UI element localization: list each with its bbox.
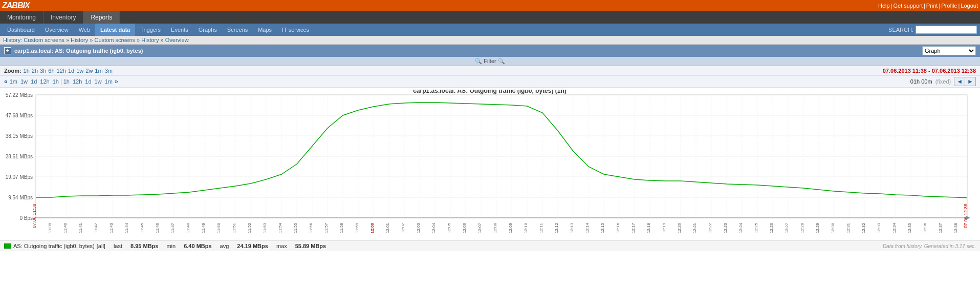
data-credit: Data from history. Generated in 3.17 sec… [883, 243, 976, 249]
nav-right: 01h 00m (fixed) ◄ ► [910, 77, 976, 86]
svg-text:12:22: 12:22 [708, 222, 712, 233]
breadcrumb-history2[interactable]: History [71, 37, 88, 43]
main-nav: Monitoring Inventory Reports [0, 11, 980, 24]
nav-reports[interactable]: Reports [83, 11, 120, 24]
nav-time-links-left: 1m 1w 1d 12h 1h | 1h 12h 1d 1w 1m [10, 78, 113, 85]
subnav-it-services[interactable]: IT services [277, 24, 314, 36]
svg-text:12:31: 12:31 [846, 222, 851, 233]
nav-left-arrow[interactable]: « [4, 78, 8, 85]
breadcrumb-history3[interactable]: History [141, 37, 159, 43]
zoom-3m[interactable]: 3m [105, 68, 113, 74]
subnav-dashboard[interactable]: Dashboard [2, 24, 40, 36]
breadcrumb-overview[interactable]: Overview [165, 37, 189, 43]
svg-text:12:01: 12:01 [385, 222, 390, 233]
sub-nav-search: SEARCH: [888, 24, 980, 36]
svg-text:11:47: 11:47 [170, 222, 175, 233]
subnav-web[interactable]: Web [74, 24, 95, 36]
svg-text:12:07: 12:07 [477, 222, 482, 233]
zoom-1w[interactable]: 1w [76, 68, 83, 74]
nav-1w-right[interactable]: 1w [95, 78, 102, 85]
help-link[interactable]: Help [878, 3, 890, 9]
zoom-2h[interactable]: 2h [32, 68, 38, 74]
profile-link[interactable]: Profile [941, 3, 957, 9]
zoom-6h[interactable]: 6h [48, 68, 54, 74]
svg-text:12:33: 12:33 [877, 222, 881, 233]
search-label: SEARCH: [888, 27, 913, 33]
nav-1w-left[interactable]: 1w [20, 78, 28, 85]
nav-12h-right[interactable]: 12h [73, 78, 82, 85]
legend-min-label: min [166, 243, 176, 249]
nav-1d-right[interactable]: 1d [85, 78, 91, 85]
svg-text:12:17: 12:17 [631, 222, 636, 233]
svg-text:11:40: 11:40 [63, 222, 68, 233]
legend-last-value: 8.95 MBps [130, 243, 158, 249]
svg-text:12:03: 12:03 [416, 222, 421, 233]
nav-right-arrow[interactable]: » [115, 78, 118, 85]
graph-title-left: + carp1.as.local: AS: Outgoing traffic (… [4, 47, 143, 54]
svg-text:11:46: 11:46 [155, 222, 160, 233]
breadcrumb-custom-screens[interactable]: Custom screens [95, 37, 135, 43]
subnav-overview[interactable]: Overview [40, 24, 74, 36]
subnav-screens[interactable]: Screens [222, 24, 253, 36]
y-label-6: 0 Bps [19, 215, 33, 221]
subnav-triggers[interactable]: Triggers [135, 24, 166, 36]
nav-right-arrows-group: ◄ ► [954, 77, 976, 86]
filter-icon2: 🔍 [498, 58, 505, 64]
nav-1m-left[interactable]: 1m [10, 78, 17, 85]
svg-text:12:04: 12:04 [431, 222, 436, 233]
expand-icon[interactable]: + [4, 47, 11, 54]
svg-text:12:21: 12:21 [692, 222, 697, 233]
print-link[interactable]: Print [926, 3, 938, 9]
svg-text:12:20: 12:20 [677, 222, 682, 233]
svg-text:12:24: 12:24 [738, 222, 743, 233]
x-label-end: 07.06 12:38 [963, 203, 968, 228]
svg-text:11:54: 11:54 [278, 222, 282, 233]
zoom-1d[interactable]: 1d [68, 68, 74, 74]
zoom-2w[interactable]: 2w [85, 68, 93, 74]
logout-link[interactable]: Logout [961, 3, 978, 9]
svg-text:12:19: 12:19 [662, 222, 666, 233]
svg-text:12:38: 12:38 [953, 222, 958, 233]
subnav-latest-data[interactable]: Latest data [95, 24, 135, 36]
zoom-1m[interactable]: 1m [95, 68, 102, 74]
svg-text:12:27: 12:27 [785, 222, 789, 233]
zoom-3h[interactable]: 3h [40, 68, 46, 74]
breadcrumb-history[interactable]: History: Custom screens [3, 37, 64, 43]
legend-item: AS: Outgoing traffic (igb0, bytes) [all] [4, 243, 105, 249]
svg-text:12:30: 12:30 [831, 222, 835, 233]
search-input[interactable] [916, 26, 977, 34]
svg-text:11:56: 11:56 [309, 222, 313, 233]
svg-text:12:18: 12:18 [646, 222, 651, 233]
zoom-bar: Zoom: 1h 2h 3h 6h 12h 1d 1w 2w 1m 3m 07.… [0, 66, 980, 76]
nav-status: (fixed) [935, 78, 951, 85]
nav-1h-right[interactable]: 1h [63, 78, 70, 85]
svg-text:11:57: 11:57 [324, 222, 329, 233]
y-label-1: 47.68 MBps [6, 113, 33, 118]
subnav-graphs[interactable]: Graphs [193, 24, 222, 36]
subnav-events[interactable]: Events [166, 24, 193, 36]
svg-text:11:55: 11:55 [293, 222, 298, 233]
svg-text:11:39: 11:39 [48, 222, 52, 233]
svg-text:11:58: 11:58 [339, 222, 344, 233]
get-support-link[interactable]: Get support [893, 3, 922, 9]
svg-text:11:50: 11:50 [216, 222, 221, 233]
main-chart[interactable]: carp1.as.local: AS: Outgoing traffic (ig… [0, 90, 980, 238]
zoom-date-range: 07.06.2013 11:38 - 07.06.2013 12:38 [883, 68, 976, 74]
svg-text:11:44: 11:44 [124, 222, 129, 233]
nav-inventory[interactable]: Inventory [43, 11, 83, 24]
zoom-12h[interactable]: 12h [57, 68, 66, 74]
svg-text:11:52: 11:52 [247, 222, 252, 233]
zoom-controls: Zoom: 1h 2h 3h 6h 12h 1d 1w 2w 1m 3m [4, 68, 113, 74]
nav-monitoring[interactable]: Monitoring [0, 11, 43, 24]
subnav-maps[interactable]: Maps [253, 24, 277, 36]
graph-type-select[interactable]: Graph Values 500 latest values [922, 46, 976, 55]
nav-zoom-out[interactable]: ◄ [954, 77, 965, 86]
zoom-1h[interactable]: 1h [24, 68, 30, 74]
nav-1h-left[interactable]: 1h [53, 78, 59, 85]
nav-1d-left[interactable]: 1d [31, 78, 37, 85]
legend-last-label: last [114, 243, 122, 249]
nav-zoom-in[interactable]: ► [965, 77, 975, 86]
legend-bar: AS: Outgoing traffic (igb0, bytes) [all]… [0, 240, 980, 251]
nav-12h-left[interactable]: 12h [40, 78, 49, 85]
nav-1m-right[interactable]: 1m [105, 78, 113, 85]
